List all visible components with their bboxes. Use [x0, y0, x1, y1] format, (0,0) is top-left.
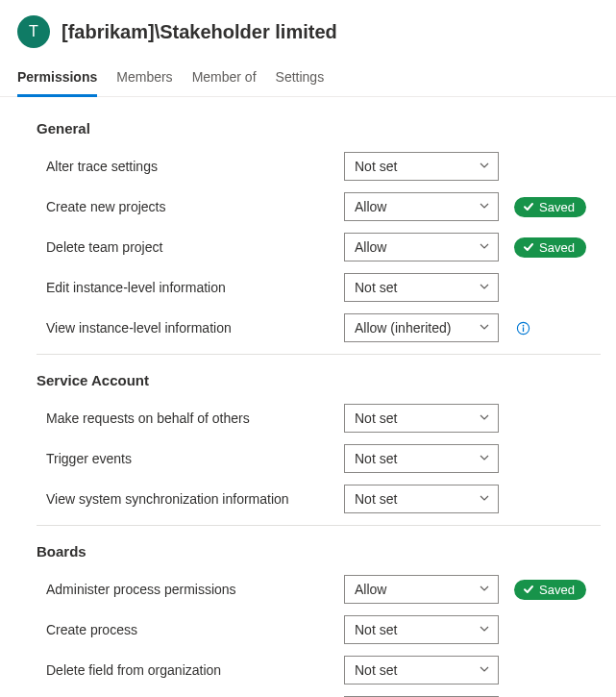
section-title-boards: Boards	[37, 543, 601, 560]
avatar: T	[17, 15, 50, 48]
saved-label: Saved	[539, 200, 575, 214]
tab-permissions[interactable]: Permissions	[17, 63, 97, 97]
section-divider	[37, 354, 601, 355]
section-divider	[37, 525, 601, 526]
chevron-down-icon	[479, 583, 490, 594]
permission-value: Not set	[355, 662, 397, 678]
chevron-down-icon	[479, 492, 490, 504]
permission-label: View instance-level information	[37, 320, 334, 336]
permission-value: Not set	[355, 491, 397, 507]
check-icon	[523, 584, 534, 595]
page-title: [fabrikam]\Stakeholder limited	[62, 21, 337, 43]
permission-select-delete-team-project[interactable]: Allow	[344, 233, 499, 261]
permission-row: Delete field from organizationNot set	[37, 650, 601, 690]
permission-value: Not set	[355, 280, 397, 295]
permissions-content: GeneralAlter trace settingsNot setCreate…	[0, 97, 616, 697]
permission-value: Allow (inherited)	[355, 320, 451, 336]
saved-badge: Saved	[514, 580, 586, 600]
permission-select-make-requests[interactable]: Not set	[344, 404, 499, 433]
permission-row: Delete processNot set	[37, 690, 601, 697]
permission-row: View instance-level informationAllow (in…	[37, 308, 601, 348]
saved-badge: Saved	[514, 197, 586, 217]
permission-row: Edit instance-level informationNot set	[37, 267, 601, 308]
permission-label: Edit instance-level information	[37, 280, 334, 295]
permission-label: View system synchronization information	[37, 491, 334, 507]
chevron-down-icon	[479, 452, 490, 463]
chevron-down-icon	[479, 663, 490, 675]
tab-members[interactable]: Members	[116, 63, 172, 97]
svg-point-1	[523, 324, 525, 326]
permission-row: Administer process permissionsAllowSaved	[37, 569, 601, 610]
chevron-down-icon	[479, 281, 490, 292]
permission-label: Trigger events	[37, 451, 334, 466]
permission-row: View system synchronization informationN…	[37, 479, 601, 519]
permission-select-trigger-events[interactable]: Not set	[344, 444, 499, 473]
info-icon[interactable]	[516, 321, 530, 336]
svg-rect-2	[523, 327, 524, 332]
saved-label: Saved	[539, 240, 575, 255]
chevron-down-icon	[479, 411, 490, 423]
section-title-service-account: Service Account	[37, 372, 601, 388]
chevron-down-icon	[479, 623, 490, 635]
permission-select-alter-trace[interactable]: Not set	[344, 152, 499, 181]
saved-badge: Saved	[514, 237, 586, 258]
permission-value: Not set	[355, 622, 397, 637]
tabs: PermissionsMembersMember ofSettings	[0, 56, 616, 97]
section-title-general: General	[37, 120, 601, 137]
chevron-down-icon	[479, 240, 490, 252]
permission-row: Create new projectsAllowSaved	[37, 187, 601, 227]
permission-value: Allow	[355, 582, 386, 597]
permission-row: Trigger eventsNot set	[37, 438, 601, 479]
saved-label: Saved	[539, 583, 575, 597]
permission-row: Make requests on behalf of othersNot set	[37, 398, 601, 438]
tab-member-of[interactable]: Member of	[192, 63, 257, 97]
permission-row: Create processNot set	[37, 610, 601, 650]
page-header: T [fabrikam]\Stakeholder limited	[0, 0, 616, 56]
permission-select-create-process[interactable]: Not set	[344, 615, 499, 644]
chevron-down-icon	[479, 200, 490, 212]
check-icon	[523, 241, 534, 253]
tab-settings[interactable]: Settings	[276, 63, 325, 97]
permission-select-edit-instance-info[interactable]: Not set	[344, 273, 499, 302]
permission-select-view-instance-info[interactable]: Allow (inherited)	[344, 313, 499, 342]
permission-label: Alter trace settings	[37, 159, 334, 174]
permission-label: Make requests on behalf of others	[37, 411, 334, 426]
permission-label: Delete field from organization	[37, 662, 334, 678]
chevron-down-icon	[479, 160, 490, 171]
permission-select-delete-field[interactable]: Not set	[344, 656, 499, 685]
permission-select-view-sync-info[interactable]: Not set	[344, 485, 499, 513]
permission-value: Not set	[355, 159, 397, 174]
permission-row: Alter trace settingsNot set	[37, 146, 601, 187]
permission-value: Allow	[355, 199, 386, 214]
permission-label: Create new projects	[37, 199, 334, 214]
avatar-letter: T	[29, 23, 38, 40]
permission-row: Delete team projectAllowSaved	[37, 227, 601, 267]
permission-select-create-projects[interactable]: Allow	[344, 192, 499, 221]
permission-value: Not set	[355, 411, 397, 426]
chevron-down-icon	[479, 321, 490, 333]
permission-label: Create process	[37, 622, 334, 637]
check-icon	[523, 201, 534, 212]
permission-label: Administer process permissions	[37, 582, 334, 597]
permission-value: Allow	[355, 239, 386, 255]
permission-value: Not set	[355, 451, 397, 466]
permission-label: Delete team project	[37, 239, 334, 255]
permission-select-admin-process[interactable]: Allow	[344, 575, 499, 604]
info-button[interactable]	[516, 321, 530, 336]
